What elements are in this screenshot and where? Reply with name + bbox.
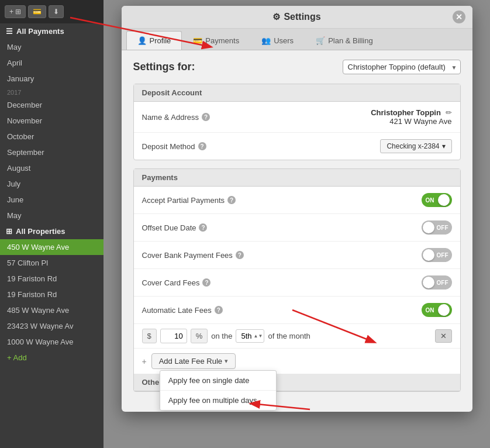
sidebar-item-485-wayne[interactable]: 485 W Wayne Ave	[0, 302, 103, 318]
add-property-link[interactable]: + Add	[0, 350, 103, 366]
automatic-late-fees-toggle[interactable]: ON	[422, 303, 452, 317]
payments-header: Payments	[134, 169, 460, 187]
dropdown-item-single-date[interactable]: Apply fee on single date	[160, 371, 276, 391]
payments-group-icon: ☰	[6, 27, 13, 36]
name-address-value: Christopher Toppin ✏ 421 W Wayne Ave	[371, 108, 451, 126]
sidebar-toolbar: + ⊞ 💳 ⬇	[0, 0, 103, 23]
late-fee-day-select[interactable]: 5th	[236, 329, 264, 343]
tab-profile[interactable]: 👤 Profile	[126, 31, 182, 50]
toggle-knob	[438, 194, 450, 206]
all-properties-header[interactable]: ⊞ All Properties	[0, 223, 103, 239]
download-icon: ⬇	[53, 8, 59, 16]
accept-partial-row: Accept Partial Payments ? ON	[134, 187, 460, 214]
settings-for-row: Settings for: Christopher Toppino (defau…	[133, 60, 461, 74]
tab-plan-billing[interactable]: 🛒 Plan & Billing	[305, 31, 384, 50]
deposit-method-label: Deposit Method ?	[142, 142, 206, 151]
sidebar-item-april-2018[interactable]: April	[0, 55, 103, 71]
grid-icon: ⊞	[15, 8, 21, 16]
tab-users[interactable]: 👥 Users	[250, 31, 305, 50]
toggle-knob	[423, 222, 434, 233]
payments-toolbar-button[interactable]: 💳	[28, 5, 46, 18]
deposit-method-button[interactable]: Checking x-2384 ▾	[380, 139, 451, 153]
chevron-down-icon: ▾	[225, 357, 228, 365]
year-2017: 2017	[0, 87, 103, 97]
add-late-fee-row: + Add Late Fee Rule ▾ Apply fee on singl…	[134, 349, 460, 374]
accept-partial-toggle[interactable]: ON	[422, 193, 452, 207]
sidebar-item-57-clifton[interactable]: 57 Clifton Pl	[0, 255, 103, 271]
cover-bank-fees-label: Cover Bank Payment Fees ?	[142, 251, 244, 260]
users-tab-icon: 👥	[261, 36, 271, 45]
add-late-fee-dropdown-menu: Apply fee on single date Apply fee on mu…	[160, 370, 277, 411]
name-address-row: Name & Address ? Christopher Toppin ✏ 42…	[134, 102, 460, 133]
sidebar-item-june[interactable]: June	[0, 192, 103, 208]
late-fee-remove-button[interactable]: ✕	[435, 329, 452, 343]
credit-card-icon: 💳	[33, 8, 42, 16]
automatic-late-fees-label: Automatic Late Fees ?	[142, 306, 223, 315]
late-fee-day-wrapper[interactable]: 5th	[236, 329, 264, 343]
modal-tabs: 👤 Profile 💳 Payments 👥 Users 🛒 Plan & Bi…	[122, 29, 472, 50]
cover-card-fees-toggle[interactable]: OFF	[422, 275, 452, 290]
profile-tab-icon: 👤	[137, 36, 147, 45]
all-payments-header[interactable]: ☰ All Payments	[0, 23, 103, 39]
cover-card-fees-row: Cover Card Fees ? OFF	[134, 269, 460, 297]
offset-due-date-label: Offset Due Date ?	[142, 223, 208, 232]
late-fee-percent-label: %	[191, 329, 208, 343]
gear-icon: ⚙	[272, 12, 280, 22]
accept-partial-label: Accept Partial Payments ?	[142, 196, 236, 205]
profile-select[interactable]: Christopher Toppino (default)	[343, 60, 461, 74]
edit-name-icon[interactable]: ✏	[446, 108, 452, 117]
settings-modal: ⚙ Settings ✕ 👤 Profile 💳 Payments 👥 User…	[122, 6, 472, 412]
late-fee-inputs-row: $ % on the 5th of the month ✕	[134, 324, 460, 349]
add-late-fee-dropdown-wrapper: Add Late Fee Rule ▾ Apply fee on single …	[151, 353, 236, 369]
sidebar-item-november[interactable]: November	[0, 113, 103, 129]
sidebar-item-october[interactable]: October	[0, 129, 103, 144]
sidebar-item-19-fariston-2[interactable]: 19 Fariston Rd	[0, 287, 103, 302]
times-icon: ✕	[440, 332, 447, 340]
modal-title: ⚙ Settings	[272, 12, 320, 22]
accept-partial-help-icon[interactable]: ?	[227, 196, 236, 204]
plus-icon: +	[9, 8, 13, 16]
sidebar-item-july[interactable]: July	[0, 176, 103, 192]
deposit-method-row: Deposit Method ? Checking x-2384 ▾	[134, 133, 460, 160]
download-button[interactable]: ⬇	[49, 5, 64, 18]
toggle-knob	[438, 304, 450, 316]
offset-due-date-toggle[interactable]: OFF	[422, 220, 452, 235]
sidebar-item-december[interactable]: December	[0, 97, 103, 113]
sidebar-item-august[interactable]: August	[0, 160, 103, 176]
cover-card-fees-label: Cover Card Fees ?	[142, 278, 211, 287]
sidebar-item-23423-wayne[interactable]: 23423 W Wayne Av	[0, 318, 103, 334]
modal-overlay: ⚙ Settings ✕ 👤 Profile 💳 Payments 👥 User…	[103, 0, 490, 448]
settings-for-label: Settings for:	[133, 61, 195, 73]
sidebar-item-450-wayne[interactable]: 450 W Wayne Ave	[0, 239, 103, 255]
offset-due-date-help-icon[interactable]: ?	[199, 223, 207, 232]
add-late-fee-button[interactable]: Add Late Fee Rule ▾	[151, 353, 236, 369]
modal-close-button[interactable]: ✕	[453, 11, 465, 23]
modal-body: Settings for: Christopher Toppino (defau…	[122, 50, 472, 412]
add-fee-plus-icon: +	[142, 357, 147, 366]
cover-card-fees-help-icon[interactable]: ?	[202, 278, 211, 287]
sidebar-item-1000-wayne[interactable]: 1000 W Wayne Ave	[0, 334, 103, 350]
sidebar-item-may-2017[interactable]: May	[0, 208, 103, 223]
name-address-label: Name & Address ?	[142, 113, 211, 122]
dropdown-item-multiple-days[interactable]: Apply fee on multiple days	[160, 391, 276, 410]
tab-payments[interactable]: 💳 Payments	[182, 31, 250, 50]
automatic-late-fees-help-icon[interactable]: ?	[215, 306, 223, 314]
sidebar: + ⊞ 💳 ⬇ ☰ All Payments May April January…	[0, 0, 103, 448]
add-button[interactable]: + ⊞	[5, 5, 26, 18]
profile-select-wrapper[interactable]: Christopher Toppino (default)	[343, 60, 461, 74]
deposit-method-help-icon[interactable]: ?	[198, 142, 206, 150]
name-address-help-icon[interactable]: ?	[202, 113, 210, 121]
sidebar-item-september[interactable]: September	[0, 144, 103, 160]
sidebar-item-19-fariston-1[interactable]: 19 Fariston Rd	[0, 271, 103, 287]
sidebar-item-may-2018[interactable]: May	[0, 39, 103, 55]
late-fee-of-month-label: of the month	[268, 332, 310, 340]
late-fee-on-the-label: on the	[211, 332, 232, 340]
cover-bank-fees-row: Cover Bank Payment Fees ? OFF	[134, 242, 460, 269]
cover-bank-fees-help-icon[interactable]: ?	[236, 251, 244, 259]
cover-bank-fees-toggle[interactable]: OFF	[422, 248, 452, 262]
modal-header: ⚙ Settings ✕	[122, 6, 472, 29]
sidebar-item-january-2018[interactable]: January	[0, 71, 103, 87]
late-fee-amount-input[interactable]	[160, 329, 187, 343]
toggle-knob	[423, 249, 434, 261]
payments-tab-icon: 💳	[193, 36, 202, 45]
